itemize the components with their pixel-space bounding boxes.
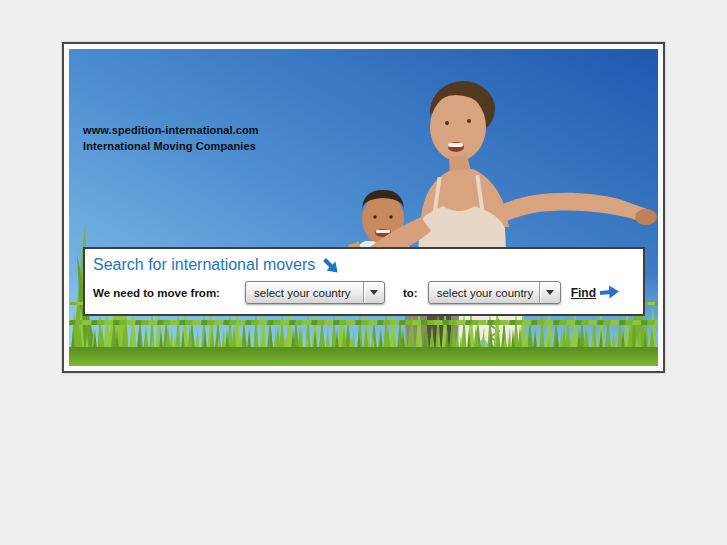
branding: www.spedition-international.com Internat…: [83, 122, 259, 154]
chevron-down-icon: [546, 290, 554, 295]
page: { "window": { "background_color": "#efef…: [0, 0, 727, 545]
branding-tagline: International Moving Companies: [83, 138, 259, 154]
chevron-down-icon: [370, 290, 378, 295]
to-country-value: select your country: [429, 282, 539, 303]
to-select-arrow-box: [539, 282, 560, 303]
search-title: Search for international movers: [93, 256, 643, 274]
hero-frame: www.spedition-international.com Internat…: [62, 42, 665, 373]
hero-photo-illustration: [69, 49, 658, 366]
search-title-text: Search for international movers: [93, 256, 315, 274]
search-form-row: We need to move from: select your countr…: [93, 281, 635, 304]
from-select-arrow-box: [363, 282, 384, 303]
hero-photo: www.spedition-international.com Internat…: [69, 49, 658, 366]
from-country-select[interactable]: select your country: [245, 281, 385, 304]
find-label: Find: [571, 286, 596, 300]
search-panel: Search for international movers We need …: [83, 247, 645, 316]
from-country-value: select your country: [246, 282, 363, 303]
move-from-label: We need to move from:: [93, 287, 245, 299]
move-to-label: to:: [403, 287, 418, 299]
right-arrow-icon: [599, 285, 620, 300]
branding-url: www.spedition-international.com: [83, 122, 259, 138]
to-country-select[interactable]: select your country: [428, 281, 561, 304]
southeast-arrow-icon: [322, 257, 339, 274]
find-link[interactable]: Find: [571, 285, 620, 300]
